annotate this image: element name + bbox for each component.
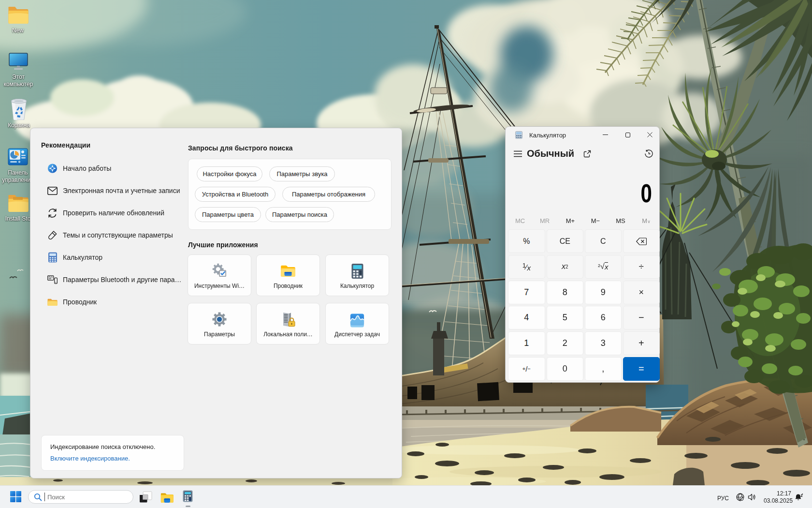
svg-text:z: z bbox=[802, 493, 803, 495]
